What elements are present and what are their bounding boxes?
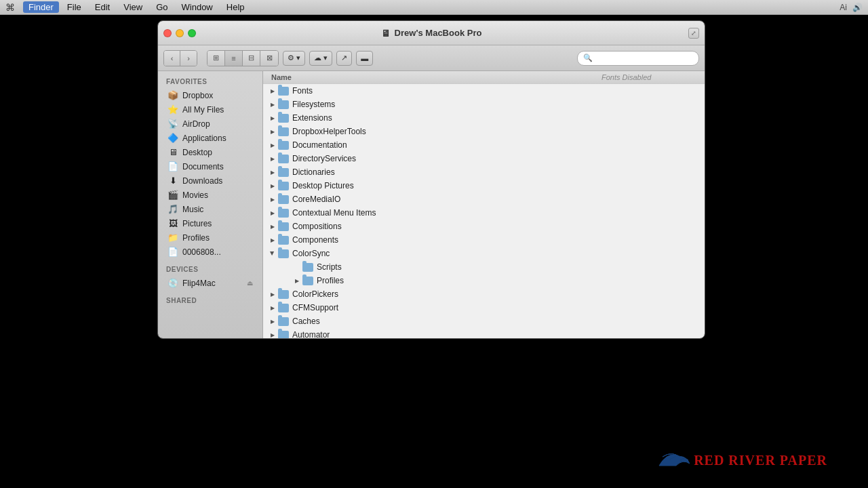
name-column-header: Name [271, 73, 601, 81]
sidebar-item-downloads[interactable]: ⬇ Downloads [159, 174, 261, 188]
folder-icon [278, 209, 289, 218]
downloads-icon: ⬇ [167, 176, 178, 186]
chevron-down-icon: ▶ [269, 249, 277, 258]
maximize-button[interactable] [188, 29, 196, 37]
search-icon: 🔍 [583, 54, 593, 62]
profiles-icon: 📁 [167, 232, 178, 243]
file-name-fonts: Fonts [292, 86, 699, 96]
sidebar-item-desktop[interactable]: 🖥 Desktop [159, 145, 261, 159]
chevron-right-icon: ▶ [269, 155, 277, 163]
file-name-cfmsupport: CFMSupport [292, 303, 699, 312]
close-button[interactable] [163, 29, 172, 37]
coverflow-view-button[interactable]: ⊠ [260, 51, 278, 66]
table-row[interactable]: ▶ Documentation [263, 138, 705, 152]
view-buttons: ⊞ ≡ ⊟ ⊠ [207, 50, 279, 66]
chevron-right-icon: ▶ [269, 290, 277, 298]
menu-go[interactable]: Go [151, 1, 173, 13]
file-name-dictionaries: Dictionaries [292, 167, 699, 177]
table-row[interactable]: ▶ Scripts [263, 260, 705, 274]
table-row[interactable]: ▶ CFMSupport [263, 301, 705, 314]
table-row[interactable]: ▶ Dictionaries [263, 165, 705, 179]
action-button[interactable]: ⚙ ▾ [283, 51, 305, 66]
devices-header: DEVICES [158, 259, 262, 276]
chevron-right-icon: ▶ [269, 304, 277, 312]
file-name-dropboxhelpertools: DropboxHelperTools [292, 127, 699, 136]
search-input[interactable] [595, 54, 693, 63]
file-name-colorpickers: ColorPickers [292, 289, 699, 299]
chevron-right-icon: ▶ [269, 141, 277, 149]
menu-finder[interactable]: Finder [23, 1, 59, 13]
sidebar-label-flip4mac: Flip4Mac [182, 279, 216, 288]
menu-window[interactable]: Window [176, 1, 218, 13]
menu-help[interactable]: Help [221, 1, 250, 13]
apple-menu[interactable]: ⌘ [5, 2, 15, 13]
table-row[interactable]: ▶ Filesystems [263, 98, 705, 111]
share-button[interactable]: ↗ [336, 51, 352, 66]
sidebar-item-music[interactable]: 🎵 Music [159, 202, 261, 216]
table-row[interactable]: ▶ Components [263, 233, 705, 247]
sidebar-item-documents[interactable]: 📄 Documents [159, 159, 261, 174]
sidebar-label-desktop: Desktop [182, 148, 212, 157]
sidebar-label-profiles: Profiles [182, 233, 210, 243]
file-name-coremediaio: CoreMediaIO [292, 195, 699, 204]
sidebar-item-profiles[interactable]: 📁 Profiles [159, 230, 261, 245]
sidebar-label-applications: Applications [182, 134, 226, 143]
table-row[interactable]: ▶ DirectoryServices [263, 152, 705, 165]
table-row[interactable]: ▶ Desktop Pictures [263, 179, 705, 192]
folder-icon [278, 317, 289, 326]
folder-icon [278, 155, 289, 163]
table-row[interactable]: ▶ DropboxHelperTools [263, 125, 705, 138]
table-row[interactable]: ▶ CoreMediaIO [263, 192, 705, 206]
file-list: Name Fonts Disabled ▶ Fonts ▶ Filesystem… [263, 71, 705, 338]
movies-icon: 🎬 [167, 190, 178, 200]
table-row[interactable]: ▶ Contextual Menu Items [263, 206, 705, 220]
forward-button[interactable]: › [180, 51, 197, 66]
table-row[interactable]: ▶ Compositions [263, 220, 705, 233]
eject-icon[interactable]: ⏏ [247, 279, 253, 287]
extra-column-header: Fonts Disabled [601, 73, 696, 81]
sidebar-item-file[interactable]: 📄 0006808... [159, 245, 261, 259]
sidebar-item-pictures[interactable]: 🖼 Pictures [159, 216, 261, 230]
folder-icon [278, 222, 289, 231]
sidebar-item-flip4mac[interactable]: 💿 Flip4Mac ⏏ [159, 276, 261, 290]
play-button[interactable]: ▬ [356, 51, 373, 66]
sidebar-label-pictures: Pictures [182, 219, 212, 228]
list-view-button[interactable]: ≡ [225, 51, 243, 66]
window-title: Drew's MacBook Pro [395, 28, 482, 38]
sidebar-label-documents: Documents [182, 162, 224, 171]
table-row[interactable]: ▶ ColorPickers [263, 287, 705, 301]
sidebar-item-dropbox[interactable]: 📦 Dropbox [159, 88, 261, 102]
pictures-icon: 🖼 [167, 218, 178, 228]
table-row[interactable]: ▶ Profiles [263, 274, 705, 287]
icon-view-button[interactable]: ⊞ [208, 51, 225, 66]
column-view-button[interactable]: ⊟ [243, 51, 260, 66]
table-row[interactable]: ▶ ColorSync [263, 247, 705, 260]
desktop-icon: 🖥 [167, 147, 178, 157]
sidebar-item-applications[interactable]: 🔷 Applications [159, 131, 261, 145]
table-row[interactable]: ▶ Caches [263, 314, 705, 328]
chevron-right-icon: ▶ [269, 127, 277, 136]
chevron-right-icon: ▶ [269, 100, 277, 108]
expand-button[interactable]: ⤢ [688, 28, 699, 39]
sidebar-item-all-my-files[interactable]: ⭐ All My Files [159, 102, 261, 117]
menu-edit[interactable]: Edit [90, 1, 115, 13]
dropbox-button[interactable]: ☁ ▾ [309, 51, 332, 66]
file-name-contextual-menu-items: Contextual Menu Items [292, 208, 699, 218]
table-row[interactable]: ▶ Automator [263, 328, 705, 338]
file-name-caches: Caches [292, 317, 699, 326]
table-row[interactable]: ▶ Extensions [263, 111, 705, 125]
menu-view[interactable]: View [118, 1, 148, 13]
menu-file[interactable]: File [62, 1, 87, 13]
search-box[interactable]: 🔍 [577, 51, 699, 66]
minimize-button[interactable] [176, 29, 184, 37]
folder-icon [302, 263, 313, 272]
sidebar-item-movies[interactable]: 🎬 Movies [159, 188, 261, 202]
back-button[interactable]: ‹ [164, 51, 180, 66]
sidebar-item-airdrop[interactable]: 📡 AirDrop [159, 117, 261, 131]
folder-icon [278, 236, 289, 245]
table-row[interactable]: ▶ Fonts [263, 84, 705, 98]
folder-icon [302, 277, 313, 285]
chevron-right-icon: ▶ [269, 182, 277, 190]
sidebar-label-dropbox: Dropbox [182, 91, 213, 100]
file-name-extensions: Extensions [292, 113, 699, 123]
